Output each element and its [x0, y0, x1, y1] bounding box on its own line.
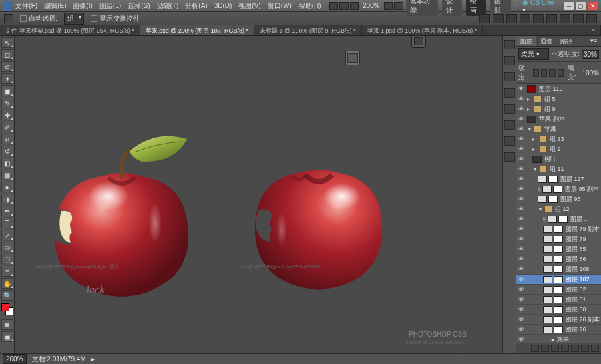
workspace-basic[interactable]: 基本功能: [406, 0, 438, 16]
visibility-icon[interactable]: 👁: [518, 176, 524, 182]
panel-icon-nav[interactable]: [504, 72, 515, 81]
visibility-icon[interactable]: 👁: [518, 266, 524, 272]
layer-thumbnail[interactable]: [538, 196, 547, 203]
align-icon[interactable]: [520, 14, 530, 23]
layer-thumbnail[interactable]: [543, 316, 552, 323]
window-minimize-icon[interactable]: ─: [564, 2, 574, 10]
panel-icon-char[interactable]: [504, 120, 515, 130]
layer-row[interactable]: 👁图层 76: [516, 325, 601, 335]
visibility-icon[interactable]: 👁: [518, 96, 524, 102]
layer-name[interactable]: 图层 127: [559, 175, 584, 184]
visibility-icon[interactable]: 👁: [518, 126, 524, 132]
menu-layer[interactable]: 图层(L): [97, 0, 124, 12]
layer-row[interactable]: 👁图层 79: [516, 234, 601, 244]
visibility-icon[interactable]: 👁: [518, 196, 524, 202]
auto-select-checkbox[interactable]: [20, 15, 27, 22]
auto-select-mode[interactable]: 组: [64, 13, 84, 25]
window-close-icon[interactable]: ✕: [588, 2, 598, 10]
panel-icon-tools[interactable]: [504, 152, 515, 162]
layer-name[interactable]: 图层 81: [564, 295, 586, 304]
align-icon[interactable]: [573, 14, 584, 23]
layer-row[interactable]: 👁▼组 12: [516, 204, 601, 214]
layer-thumbnail[interactable]: [543, 296, 552, 303]
status-chevron-icon[interactable]: ▸: [91, 355, 95, 363]
foreground-color[interactable]: [1, 303, 9, 311]
layer-name[interactable]: 图层 86: [564, 255, 586, 264]
layer-mask-thumbnail[interactable]: [548, 176, 558, 183]
layer-row[interactable]: 👁图层 86: [516, 254, 601, 264]
layer-name[interactable]: 组 11: [548, 165, 564, 174]
layer-name[interactable]: 图层 85: [564, 245, 586, 254]
new-group-icon[interactable]: [571, 345, 579, 352]
zoom-tool-icon[interactable]: 🔍: [1, 290, 13, 301]
zoom-select[interactable]: 200%: [363, 2, 380, 9]
panel-icon-clone[interactable]: [504, 56, 515, 65]
layer-name[interactable]: 图层 ...: [569, 215, 589, 224]
visibility-icon[interactable]: 👁: [518, 166, 524, 172]
menu-file[interactable]: 文件(F): [13, 0, 40, 12]
workspace-design[interactable]: 设计: [442, 0, 462, 16]
layer-name[interactable]: 图层 108: [564, 265, 590, 274]
layer-thumbnail[interactable]: [548, 216, 557, 223]
layer-row[interactable]: 👁▸组 5: [516, 94, 601, 104]
layer-row[interactable]: 👁图层 80: [516, 305, 601, 315]
menu-analysis[interactable]: 分析(A): [182, 0, 210, 12]
document-tab[interactable]: 苹果.psd @ 200% (图层 107, RGB/8) *: [140, 25, 254, 35]
layer-name[interactable]: 图层 76: [564, 325, 586, 334]
floating-tool-widget[interactable]: [345, 51, 360, 65]
twisty-icon[interactable]: ▼: [538, 206, 543, 212]
twisty-icon[interactable]: ▸: [532, 136, 538, 142]
layer-style-icon[interactable]: [541, 345, 549, 352]
align-icon[interactable]: [533, 14, 544, 23]
new-layer-icon[interactable]: [581, 345, 589, 352]
visibility-icon[interactable]: 👁: [518, 226, 524, 232]
visibility-icon[interactable]: 👁: [518, 206, 524, 212]
menu-image[interactable]: 图像(I): [70, 0, 95, 12]
wand-tool-icon[interactable]: ✦: [1, 73, 13, 84]
layer-name[interactable]: 图层 79 副本: [564, 225, 600, 234]
layer-row[interactable]: 👁⎘图层 ...: [516, 214, 601, 224]
layer-mask-thumbnail[interactable]: [558, 216, 568, 223]
tab-overflow-icon[interactable]: »: [586, 25, 601, 35]
layer-name[interactable]: 图层 119: [538, 85, 563, 94]
layer-row[interactable]: 👁▸组 13: [516, 134, 601, 144]
twisty-icon[interactable]: ▸: [527, 96, 532, 102]
layer-name[interactable]: 组 12: [554, 205, 570, 214]
zoom-field[interactable]: 200%: [3, 354, 27, 364]
layer-row[interactable]: 👁▼苹果: [516, 124, 601, 134]
visibility-icon[interactable]: 👁: [518, 236, 524, 242]
layer-thumbnail[interactable]: [543, 286, 552, 293]
lasso-tool-icon[interactable]: ⊂: [1, 61, 13, 72]
menu-select[interactable]: 选择(S): [125, 0, 152, 12]
layer-thumbnail[interactable]: [542, 186, 552, 193]
fill-input[interactable]: 100%: [582, 69, 599, 77]
mb-icon-4[interactable]: [384, 2, 393, 10]
app-icon[interactable]: [3, 1, 11, 11]
canvas[interactable]: www.38CATTDR@photoby.Dollyhz 图片 Jack www…: [15, 36, 502, 353]
layer-mask-thumbnail[interactable]: [554, 276, 563, 283]
panel-icon-para[interactable]: [504, 136, 515, 146]
blur-tool-icon[interactable]: ●: [1, 182, 13, 192]
layer-name[interactable]: 效果: [556, 335, 569, 343]
layers-list[interactable]: 👁图层 119👁▸组 5👁▸组 9👁苹果 副本👁▼苹果👁▸组 13👁▸组 9👁树…: [516, 84, 601, 343]
shape-tool-icon[interactable]: ▭: [1, 242, 13, 252]
layer-name[interactable]: 图层 76 副本: [564, 315, 600, 324]
menu-filter[interactable]: 滤镜(T): [154, 0, 182, 12]
link-layers-icon[interactable]: [531, 345, 539, 352]
visibility-icon[interactable]: 👁: [518, 276, 524, 283]
menu-help[interactable]: 帮助(H): [296, 0, 324, 12]
layer-name[interactable]: 图层 80: [564, 305, 586, 314]
tab-paths[interactable]: 路径: [556, 36, 576, 46]
layer-name[interactable]: 苹果: [543, 125, 556, 134]
eraser-tool-icon[interactable]: ◧: [1, 158, 13, 168]
layer-name[interactable]: 图层 95 副本: [564, 185, 599, 194]
visibility-icon[interactable]: 👁: [518, 106, 524, 112]
layer-thumbnail[interactable]: [543, 306, 552, 313]
visibility-icon[interactable]: 👁: [518, 186, 524, 192]
layer-mask-thumbnail[interactable]: [548, 196, 558, 203]
tab-channels[interactable]: 通道: [536, 36, 556, 46]
pen-tool-icon[interactable]: ✒: [1, 206, 13, 216]
layer-name[interactable]: 组 9: [543, 105, 556, 114]
layer-row[interactable]: 👁▸组 9: [516, 144, 601, 154]
mb-icon-5[interactable]: [394, 2, 403, 10]
